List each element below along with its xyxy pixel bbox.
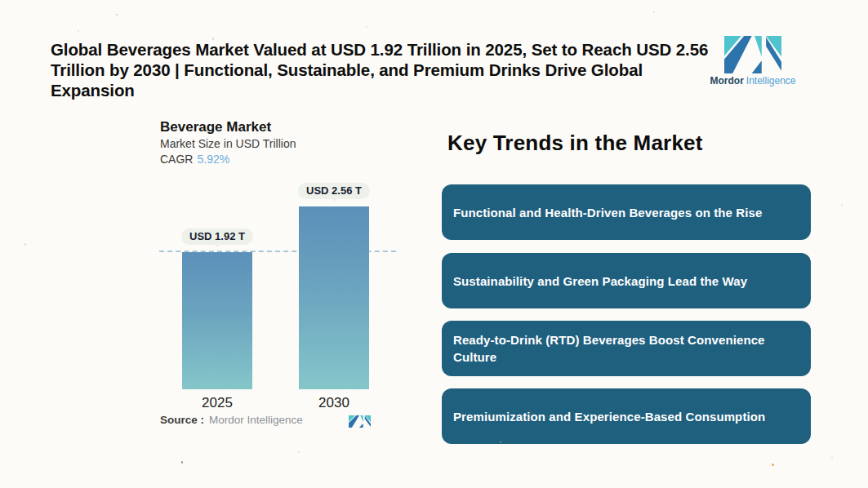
x-tick-2030: 2030 <box>299 395 369 411</box>
mordor-logo-icon <box>724 36 781 73</box>
source-logo-icon <box>349 415 371 428</box>
logo-wordmark: MordorIntelligence <box>707 75 799 87</box>
chart-cagr: CAGR5.92% <box>160 153 229 166</box>
logo-word-mordor: Mordor <box>710 75 743 87</box>
speckle-dot <box>653 11 655 13</box>
chart-title: Beverage Market <box>160 119 271 135</box>
source-label: Source : <box>160 414 204 426</box>
speckle-dot <box>500 441 501 443</box>
speckle-dot <box>212 38 214 40</box>
source-line: Source :Mordor Intelligence <box>160 414 303 426</box>
trend-card-functional: Functional and Health-Driven Beverages o… <box>442 184 811 240</box>
data-label-2025: USD 1.92 T <box>181 228 253 245</box>
cagr-label: CAGR <box>160 153 193 166</box>
speckle-dot <box>366 26 367 28</box>
mordor-intelligence-logo: MordorIntelligence <box>707 36 799 87</box>
x-tick-2025: 2025 <box>182 395 252 411</box>
logo-word-intelligence: Intelligence <box>746 75 796 87</box>
data-label-2030: USD 2.56 T <box>298 183 370 199</box>
trend-card-rtd: Ready-to-Drink (RTD) Beverages Boost Con… <box>442 321 811 376</box>
speckle-dot <box>181 461 183 464</box>
page-title: Global Beverages Market Valued at USD 1.… <box>51 39 720 100</box>
page-title-line1: Global Beverages Market Valued at USD 1.… <box>51 39 720 60</box>
speckle-dot <box>841 204 843 206</box>
page-title-line2: Trillion by 2030 | Functional, Sustainab… <box>51 60 720 100</box>
source-value: Mordor Intelligence <box>209 414 303 426</box>
infographic-canvas: { "header": { "title_lines": [ "Global B… <box>0 0 868 488</box>
speckle-dot <box>772 464 774 466</box>
chart-subtitle: Market Size in USD Trillion <box>160 137 296 150</box>
speckle-dot <box>24 243 26 246</box>
trend-card-premiumization: Premiumization and Experience-Based Cons… <box>442 388 811 444</box>
speckle-dot <box>298 451 300 453</box>
speckle-dot <box>116 14 118 16</box>
trend-card-sustainability: Sustainability and Green Packaging Lead … <box>442 253 811 308</box>
bar-2025: USD 1.92 T <box>182 252 252 389</box>
bar-chart-plot: USD 1.92 T USD 2.56 T 2025 2030 <box>159 180 396 389</box>
speckle-dot <box>831 457 833 459</box>
cagr-value: 5.92% <box>197 153 229 166</box>
speckle-dot <box>78 30 79 32</box>
bar-2030: USD 2.56 T <box>299 206 369 389</box>
trends-heading: Key Trends in the Market <box>447 131 703 156</box>
